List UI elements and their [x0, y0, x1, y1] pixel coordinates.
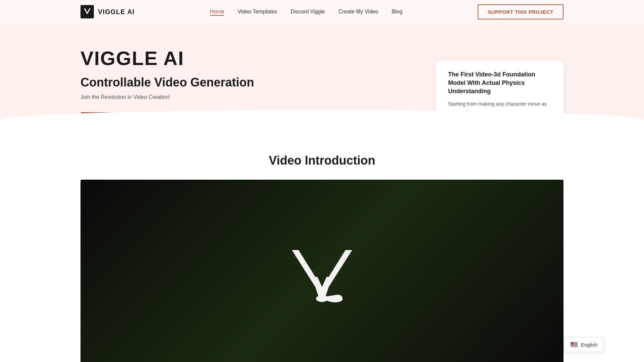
logo[interactable]: VIGGLE AI: [80, 5, 135, 18]
logo-text: VIGGLE AI: [98, 8, 135, 16]
nav-create-video[interactable]: Create My Video: [338, 9, 378, 14]
support-button[interactable]: SUPPORT THIS PROJECT: [478, 4, 564, 19]
get-started-button[interactable]: GET STARTED: [80, 112, 144, 130]
logo-icon: [80, 5, 94, 18]
svg-marker-0: [84, 8, 91, 14]
nav-discord[interactable]: Discord Viggle: [290, 9, 325, 14]
language-switcher[interactable]: 🇺🇸 English: [564, 337, 604, 352]
hero-title: VIGGLE AI: [80, 47, 265, 69]
navbar: VIGGLE AI Home Video Templates Discord V…: [0, 0, 644, 23]
video-container[interactable]: [80, 180, 564, 362]
language-flag: 🇺🇸: [570, 341, 578, 348]
video-logo: [285, 240, 359, 314]
hero-content: VIGGLE AI Controllable Video Generation …: [80, 47, 265, 130]
video-section-title: Video Introduction: [80, 154, 564, 168]
nav-links: Home Video Templates Discord Viggle Crea…: [210, 9, 402, 15]
hero-section: VIGGLE AI Controllable Video Generation …: [0, 23, 644, 130]
hero-tagline: Join the Revolution in Video Creation!: [80, 94, 265, 100]
nav-blog[interactable]: Blog: [392, 9, 402, 14]
feature-card-description: Starting from making any character move …: [448, 100, 551, 116]
feature-card-title: The First Video-3d Foundation Model With…: [448, 70, 551, 96]
feature-card: The First Video-3d Foundation Model With…: [436, 60, 564, 126]
nav-video-templates[interactable]: Video Templates: [237, 9, 277, 14]
hero-subtitle: Controllable Video Generation: [80, 75, 265, 89]
language-label: English: [581, 342, 597, 348]
nav-home[interactable]: Home: [210, 9, 224, 16]
video-section: Video Introduction: [0, 130, 644, 362]
